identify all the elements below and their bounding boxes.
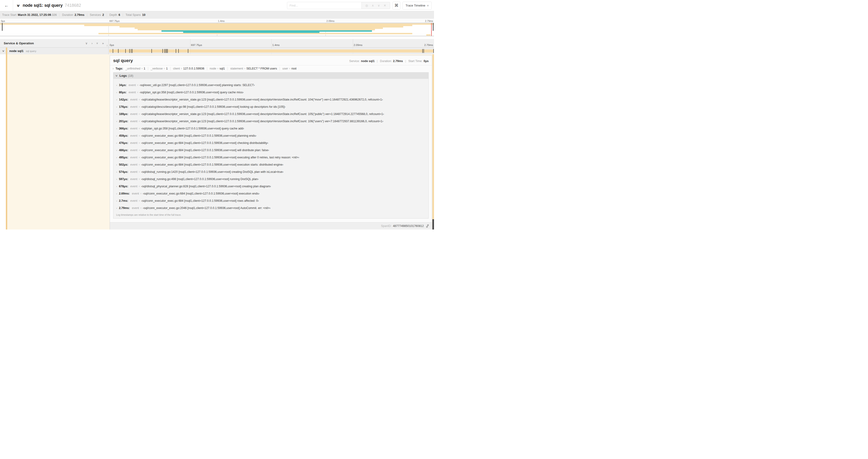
log-message: ‹sql/catalog/descs/descriptor.go:98 [nsq… <box>141 105 285 108</box>
log-field-name: event <box>130 170 137 173</box>
log-entry-row[interactable]: ›201μs:event=‹sql/catalog/lease/descript… <box>114 118 428 125</box>
log-equals: = <box>138 105 140 108</box>
trace-minimap[interactable] <box>0 23 434 36</box>
viewport-right-scrubber[interactable] <box>433 23 434 31</box>
log-field-name: event <box>130 163 137 166</box>
trace-id: 7418682 <box>65 3 81 8</box>
clear-find-icon[interactable]: ✕ <box>383 4 386 7</box>
collapse-all-icon[interactable]: » <box>96 42 99 44</box>
axis-gridline <box>190 39 190 47</box>
scrollbar-thumb[interactable] <box>432 219 434 230</box>
meta-label: Duration <box>62 13 73 17</box>
log-entry-row[interactable]: ›476μs:event=‹sql/conn_executor_exec.go:… <box>114 139 428 147</box>
log-field-name: event <box>130 199 137 202</box>
axis-tick-label: 1.4ms <box>218 20 225 22</box>
collapse-one-icon[interactable]: ∨ <box>85 42 88 45</box>
log-marker-tick <box>424 49 424 53</box>
duration-value: 2.79ms <box>393 60 403 63</box>
log-field-name: event <box>130 185 137 188</box>
trace-meta-item: Trace StartMarch 31 2022, 17:25:09.326 <box>2 13 59 17</box>
trace-collapse-icon[interactable]: ∨ <box>16 3 20 8</box>
tag-item[interactable]: client=127.0.0.1:59936 <box>170 67 207 70</box>
duration-label: Duration: <box>380 60 392 63</box>
span-overview: Service: node sql1 | Duration: 2.79ms | … <box>349 60 429 63</box>
expand-all-icon[interactable]: » <box>102 42 104 45</box>
axis-tick-label: 697.75μs <box>110 20 120 22</box>
log-message: ‹sql/conn_executor_exec.go:684 [nsql1,cl… <box>141 141 268 144</box>
log-message: ‹sql/distsql_running.go:1420 [nsql1,clie… <box>141 170 283 173</box>
log-equals: = <box>138 127 140 130</box>
log-field-name: event <box>132 192 139 195</box>
timeline-axis: 0μs697.75μs1.4ms2.09ms2.79ms <box>109 39 434 47</box>
log-marker-tick <box>151 49 152 53</box>
chevron-right-icon: › <box>116 178 117 181</box>
tag-item[interactable]: _unfinished=1 <box>125 67 148 70</box>
chevron-right-icon: › <box>116 113 117 116</box>
trace-meta-item: Services2 <box>87 13 106 17</box>
axis-gridline <box>271 39 272 47</box>
column-resizer-handle[interactable]: ‖ <box>106 44 108 47</box>
find-input[interactable] <box>287 2 362 9</box>
axis-tick-label: 2.09ms <box>327 20 334 22</box>
log-entry-row[interactable]: ›495μs:event=‹sql/conn_executor_exec.go:… <box>114 154 428 161</box>
span-row-name-cell[interactable]: ∨ node sql1 sql query <box>0 47 109 54</box>
log-entry-row[interactable]: ›2.79ms:event=‹sql/conn_executor_exec.go… <box>114 204 428 212</box>
log-equals: = <box>138 120 140 123</box>
service-value: node sql1 <box>361 60 374 63</box>
log-timestamp: 502μs: <box>119 163 128 166</box>
span-detail-card: sql query Service: node sql1 | Duration:… <box>110 55 432 230</box>
tag-item[interactable]: user=root <box>280 67 299 70</box>
span-service-name: node sql1 <box>9 49 24 53</box>
log-entry-row[interactable]: ›2.7ms:event=‹sql/conn_executor_exec.go:… <box>114 197 428 204</box>
log-entry-row[interactable]: ›34μs:event=‹sql/exec_util.go:2297 [nsql… <box>114 81 428 89</box>
tag-key: statement <box>230 67 243 70</box>
log-entry-row[interactable]: ›574μs:event=‹sql/distsql_running.go:142… <box>114 168 428 176</box>
log-entry-row[interactable]: ›189μs:event=‹sql/catalog/lease/descript… <box>114 110 428 118</box>
tag-item[interactable]: node=sql1 <box>207 67 227 70</box>
log-entry-row[interactable]: ›176μs:event=‹sql/catalog/descs/descript… <box>114 103 428 110</box>
tag-key: _verbose <box>151 67 163 70</box>
tag-key: node <box>210 67 216 70</box>
back-button[interactable]: ← <box>0 0 13 11</box>
viewport-left-scrubber[interactable] <box>2 23 3 31</box>
log-entry-row[interactable]: ›597μs:event=‹sql/distsql_running.go:498… <box>114 176 428 183</box>
span-row[interactable]: ∨ node sql1 sql query <box>0 47 434 54</box>
log-entry-row[interactable]: ›486μs:event=‹sql/conn_executor_exec.go:… <box>114 147 428 154</box>
logs-note: Log timestamps are relative to the start… <box>114 212 428 218</box>
keyboard-shortcuts-button[interactable]: ⌘ <box>393 2 400 9</box>
log-entry-row[interactable]: ›142μs:event=‹sql/catalog/lease/descript… <box>114 96 428 103</box>
jaeger-trace-page: ← ∨ node sql1: sql query 7418682 ◎ ∧ ∨ ✕… <box>0 0 434 230</box>
prev-match-icon[interactable]: ∧ <box>372 4 374 7</box>
meta-value: March 31 2022, 17:25:09 <box>18 13 51 17</box>
log-field-name: event <box>130 98 137 101</box>
log-timestamp: 34μs: <box>119 84 127 87</box>
chevron-right-icon: › <box>116 84 117 87</box>
log-message: ‹sql/conn_executor_exec.go:684 [nsql1,cl… <box>141 199 259 202</box>
tag-value: 127.0.0.1:59936 <box>183 67 204 70</box>
axis-tick-label: 2.79ms <box>424 44 433 46</box>
span-collapse-icon[interactable]: ∨ <box>2 50 4 53</box>
match-locate-icon[interactable]: ◎ <box>365 4 368 7</box>
expand-one-icon[interactable]: › <box>91 42 92 45</box>
log-entry-row[interactable]: ›2.69ms:event=‹sql/conn_executor_exec.go… <box>114 190 428 197</box>
tag-item[interactable]: _verbose=1 <box>148 67 170 70</box>
minimap-cursor-line <box>431 23 432 36</box>
logs-header[interactable]: ∨ Logs (18) <box>114 72 428 79</box>
tag-key: client <box>173 67 180 70</box>
tags-accordian[interactable]: › Tags: _unfinished=1_verbose=1client=12… <box>110 65 432 72</box>
next-match-icon[interactable]: ∨ <box>378 4 380 7</box>
log-entry-row[interactable]: ›502μs:event=‹sql/conn_executor_exec.go:… <box>114 161 428 168</box>
log-entry-row[interactable]: ›366μs:event=‹sql/plan_opt.go:358 [nsql1… <box>114 125 428 132</box>
log-entry-row[interactable]: ›80μs:event=‹sql/plan_opt.go:358 [nsql1,… <box>114 89 428 96</box>
trace-meta-item: Depth6 <box>106 13 123 17</box>
meta-label: Depth <box>110 13 117 17</box>
chevron-down-icon: ∨ <box>115 74 118 77</box>
log-message: ‹sql/conn_executor_exec.go:684 [nsql1,cl… <box>143 192 259 195</box>
log-entry-row[interactable]: ›678μs:event=‹sql/distsql_physical_plann… <box>114 183 428 190</box>
log-entry-row[interactable]: ›459μs:event=‹sql/conn_executor_exec.go:… <box>114 132 428 139</box>
chevron-right-icon: › <box>116 141 117 144</box>
deep-link-icon[interactable] <box>426 224 429 228</box>
tag-item[interactable]: statement=SELECT * FROM users <box>227 67 280 70</box>
trace-view-selector[interactable]: Trace Timeline ∨ <box>403 2 432 9</box>
span-bar-cell[interactable] <box>109 47 434 54</box>
